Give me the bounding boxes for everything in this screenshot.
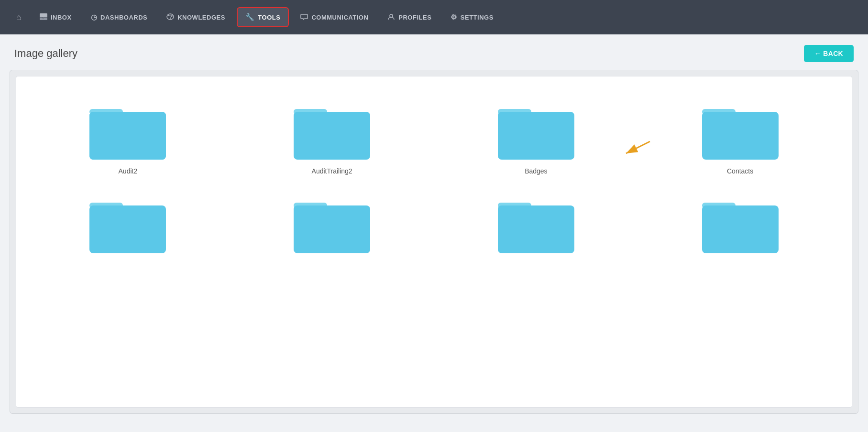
knowledges-icon: [166, 13, 174, 22]
folder-row2-col4[interactable]: [648, 189, 833, 256]
svg-rect-17: [89, 205, 166, 253]
nav-item-tools[interactable]: 🔧 TOOLS: [237, 7, 289, 27]
folder-row2-col3-icon: [495, 189, 577, 256]
folder-row2-col2-icon: [291, 189, 373, 256]
page-title: Image gallery: [14, 47, 77, 60]
home-icon: ⌂: [16, 12, 22, 22]
settings-icon: ⚙: [450, 13, 457, 22]
folder-audit2-icon: [87, 96, 168, 162]
folder-contacts-icon: [700, 96, 781, 162]
communication-icon: [300, 13, 308, 22]
folder-row2-col3[interactable]: [444, 189, 629, 256]
folder-audittrailing2-label: AuditTrailing2: [312, 167, 352, 175]
gallery-inner[interactable]: Audit2 AuditTrailing2: [16, 76, 852, 408]
nav-home-button[interactable]: ⌂: [10, 8, 28, 27]
inbox-icon: [40, 13, 47, 22]
nav-item-settings[interactable]: ⚙ SETTINGS: [443, 8, 501, 26]
nav-item-dashboards-label: DASHBOARDS: [100, 14, 147, 21]
folder-contacts[interactable]: Contacts: [648, 96, 833, 175]
page-header: Image gallery ← BACK: [0, 34, 868, 70]
dashboards-icon: ◷: [91, 13, 98, 22]
folder-row2-col1[interactable]: [35, 189, 220, 256]
svg-rect-7: [89, 112, 166, 160]
folder-badges[interactable]: Badges: [444, 96, 629, 175]
folder-contacts-label: Contacts: [727, 167, 753, 175]
svg-rect-9: [294, 112, 370, 160]
profiles-icon: [387, 13, 395, 22]
svg-line-13: [626, 141, 650, 153]
svg-rect-23: [702, 205, 779, 253]
nav-item-profiles[interactable]: PROFILES: [380, 9, 439, 26]
svg-point-4: [390, 14, 393, 17]
nav-item-dashboards[interactable]: ◷ DASHBOARDS: [83, 8, 155, 26]
svg-rect-21: [498, 205, 574, 253]
svg-rect-19: [294, 205, 370, 253]
folder-audittrailing2[interactable]: AuditTrailing2: [240, 96, 425, 175]
nav-item-inbox[interactable]: INBOX: [32, 9, 79, 26]
folder-row2-col2[interactable]: [240, 189, 425, 256]
nav-item-tools-label: TOOLS: [258, 14, 280, 21]
nav-item-knowledges[interactable]: KNOWLEDGES: [159, 9, 233, 26]
folder-grid: Audit2 AuditTrailing2: [31, 86, 837, 266]
back-button[interactable]: ← BACK: [804, 45, 854, 62]
nav-item-communication-label: COMMUNICATION: [311, 14, 368, 21]
nav-item-communication[interactable]: COMMUNICATION: [293, 9, 376, 26]
gallery-outer: Audit2 AuditTrailing2: [10, 70, 858, 414]
tools-icon: 🔧: [245, 13, 255, 22]
navbar: ⌂ INBOX ◷ DASHBOARDS KNOWLEDGES 🔧 TOOLS …: [0, 0, 868, 34]
nav-item-knowledges-label: KNOWLEDGES: [177, 14, 225, 21]
svg-rect-15: [702, 112, 779, 160]
folder-audit2-label: Audit2: [119, 167, 138, 175]
folder-row2-col1-icon: [87, 189, 168, 256]
folder-audittrailing2-icon: [291, 96, 373, 162]
nav-item-inbox-label: INBOX: [51, 14, 72, 21]
svg-rect-11: [498, 112, 574, 160]
folder-audit2[interactable]: Audit2: [35, 96, 220, 175]
nav-item-settings-label: SETTINGS: [461, 14, 494, 21]
folder-row2-col4-icon: [700, 189, 781, 256]
svg-point-3: [170, 18, 171, 19]
folder-badges-icon: [495, 96, 577, 162]
folder-badges-label: Badges: [525, 167, 547, 175]
nav-item-profiles-label: PROFILES: [398, 14, 431, 21]
